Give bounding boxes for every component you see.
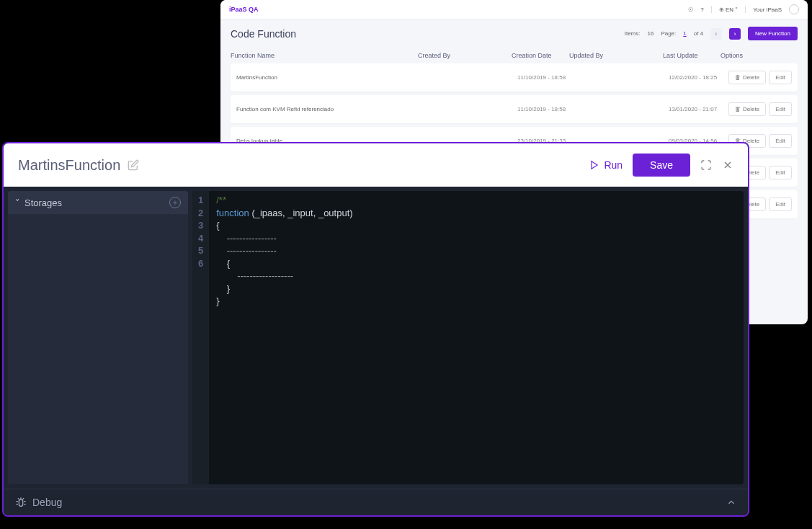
table-row[interactable]: MartinsFunction 11/10/2019 - 18:58 12/02… [231, 63, 798, 92]
list-title-row: Code Function Items: 16 Page: 1 of 4 ‹ ›… [220, 19, 808, 48]
fullscreen-icon[interactable] [700, 159, 712, 171]
edit-title-icon[interactable] [128, 159, 139, 171]
edit-button[interactable]: Edit [769, 134, 792, 148]
edit-button[interactable]: Edit [769, 166, 792, 179]
items-label: Items: [625, 30, 641, 37]
col-updated-by: Updated By [569, 52, 663, 59]
storages-label: Storages [24, 197, 62, 208]
edit-button[interactable]: Edit [769, 71, 792, 84]
help-icon[interactable]: ? [700, 6, 703, 13]
lang-selector[interactable]: ⊕ EN ˅ [719, 6, 739, 13]
pagination: Items: 16 Page: 1 of 4 ‹ › New Function [625, 27, 798, 40]
items-count: 16 [647, 30, 653, 37]
trash-icon: 🗑 [735, 106, 741, 112]
save-button[interactable]: Save [633, 154, 690, 177]
debug-bar[interactable]: Debug [4, 489, 748, 515]
svg-rect-3 [19, 499, 22, 506]
code-editor[interactable]: 1 2 3 4 5 6 /** function (_ipaas, _input… [192, 191, 744, 484]
line-gutter: 1 2 3 4 5 6 [192, 191, 209, 484]
page-current[interactable]: 1 [683, 30, 686, 37]
edit-button[interactable]: Edit [769, 102, 792, 116]
edit-button[interactable]: Edit [769, 197, 792, 211]
app-header: iPaaS QA ☉ ? ⊕ EN ˅ Your iPaaS [220, 0, 808, 19]
header-right: ☉ ? ⊕ EN ˅ Your iPaaS [688, 4, 799, 14]
table-header: Function Name Created By Creation Date U… [231, 48, 798, 63]
col-function-name: Function Name [231, 52, 418, 59]
editor-title: MartinsFunction [18, 157, 120, 174]
app-name: iPaaS QA [229, 6, 259, 13]
code-editor-panel: MartinsFunction Run Save ˅ Storages + [2, 142, 749, 517]
table-row[interactable]: Function com KVM Refid referenciado 11/1… [231, 95, 798, 123]
delete-button[interactable]: 🗑Delete [728, 71, 766, 84]
page-label: Page: [661, 30, 676, 37]
bell-icon[interactable]: ☉ [688, 6, 693, 13]
play-icon [589, 160, 599, 170]
avatar[interactable] [789, 4, 799, 14]
trash-icon: 🗑 [735, 74, 741, 81]
col-last-update: Last Update [663, 52, 720, 59]
storages-panel: ˅ Storages + [8, 191, 188, 484]
chevron-up-icon[interactable] [726, 497, 736, 507]
storages-header[interactable]: ˅ Storages + [8, 191, 188, 214]
editor-header: MartinsFunction Run Save [4, 143, 748, 187]
code-content[interactable]: /** function (_ipaas, _input, _output) {… [209, 191, 360, 484]
prev-page-button[interactable]: ‹ [710, 28, 722, 40]
col-creation-date: Creation Date [512, 52, 569, 59]
chevron-down-icon: ˅ [15, 197, 20, 208]
delete-button[interactable]: 🗑Delete [728, 102, 766, 116]
page-total: of 4 [694, 30, 703, 37]
next-page-button[interactable]: › [729, 28, 741, 40]
col-options: Options [720, 52, 764, 59]
close-icon[interactable] [722, 159, 733, 171]
run-button[interactable]: Run [589, 159, 623, 171]
bug-icon [15, 497, 27, 508]
page-title: Code Function [231, 28, 296, 40]
new-function-button[interactable]: New Function [748, 27, 798, 40]
col-created-by: Created By [418, 52, 512, 59]
user-label: Your iPaaS [753, 6, 782, 13]
debug-label: Debug [32, 497, 62, 508]
svg-marker-0 [592, 161, 597, 169]
add-storage-button[interactable]: + [169, 197, 181, 208]
